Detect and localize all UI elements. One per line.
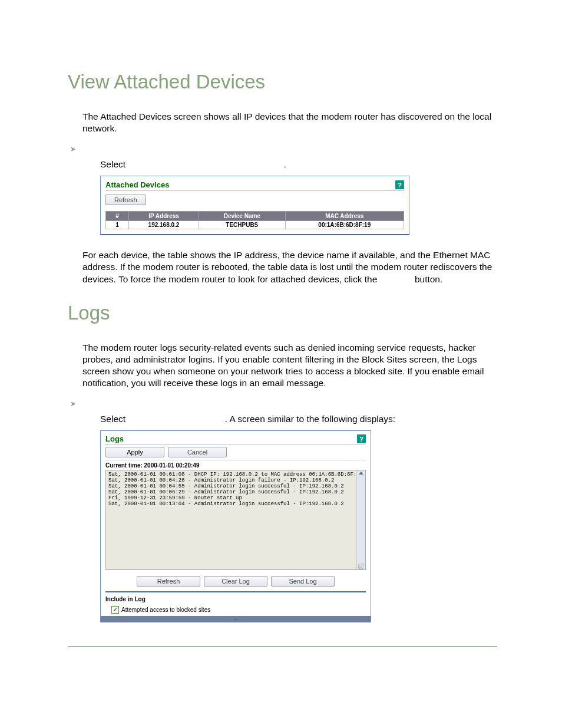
clear-log-button[interactable]: Clear Log: [204, 576, 267, 587]
scrollbar[interactable]: [356, 470, 366, 570]
col-header-mac: MAC Address: [285, 212, 404, 221]
divider: [105, 460, 366, 460]
step-prefix: Select: [100, 159, 128, 169]
bottom-scrollbar[interactable]: ▪▪: [101, 616, 371, 622]
send-log-button[interactable]: Send Log: [271, 576, 335, 587]
panel-title-attached: Attached Devices: [105, 180, 169, 189]
heading-view-attached: View Attached Devices: [68, 71, 497, 93]
refresh-button[interactable]: Refresh: [105, 195, 146, 205]
apply-button[interactable]: Apply: [105, 447, 164, 457]
include-in-log-label: Include in Log: [105, 596, 366, 602]
cell-ip: 192.168.0.2: [129, 221, 199, 229]
col-header-name: Device Name: [199, 212, 286, 221]
cell-name: TECHPUBS: [199, 221, 286, 229]
step-marker: ➤: [70, 145, 497, 153]
attached-devices-table: # IP Address Device Name MAC Address 1 1…: [105, 211, 404, 229]
para-logs-intro: The modem router logs security-related e…: [68, 342, 497, 390]
log-textarea[interactable]: Sat, 2000-01-01 00:01:08 - DHCP IP: 192.…: [105, 470, 356, 570]
footer-divider: [68, 646, 497, 647]
cell-mac: 00:1A:6B:6D:8F:19: [285, 221, 404, 229]
help-icon[interactable]: ?: [357, 434, 366, 443]
step-select-logs: Select . A screen similar to the followi…: [68, 414, 497, 424]
col-header-ip: IP Address: [129, 212, 199, 221]
after-text-b: button.: [415, 274, 442, 284]
para-attached-intro: The Attached Devices screen shows all IP…: [68, 111, 497, 134]
checkbox-row: ✔ Attempted access to blocked sites: [111, 606, 366, 614]
checkbox-label: Attempted access to blocked sites: [121, 607, 210, 613]
logs-panel: Logs ? Apply Cancel Current time: 2000-0…: [100, 430, 371, 622]
refresh-button[interactable]: Refresh: [137, 576, 200, 587]
panel-title-logs: Logs: [105, 434, 124, 443]
step-suffix: . A screen similar to the following disp…: [225, 414, 395, 424]
heading-logs: Logs: [68, 302, 497, 324]
resize-grip-icon: [358, 564, 364, 569]
para-attached-after: For each device, the table shows the IP …: [68, 249, 497, 285]
current-time-label: Current time: 2000-01-01 00:20:49: [105, 462, 366, 469]
step-suffix: .: [284, 159, 286, 169]
cell-num: 1: [106, 221, 129, 229]
step-marker: ➤: [70, 400, 497, 408]
cancel-button[interactable]: Cancel: [168, 447, 227, 457]
table-row: 1 192.168.0.2 TECHPUBS 00:1A:6B:6D:8F:19: [106, 221, 404, 229]
step-select-attached: Select .: [68, 159, 497, 170]
help-icon[interactable]: ?: [395, 180, 404, 189]
checkbox-blocked-sites[interactable]: ✔: [111, 606, 119, 614]
col-header-num: #: [106, 212, 129, 221]
divider: [105, 190, 404, 191]
divider: [105, 591, 366, 592]
divider: [105, 444, 366, 445]
attached-devices-panel: Attached Devices ? Refresh # IP Address …: [100, 176, 409, 235]
step-prefix: Select: [100, 414, 128, 424]
